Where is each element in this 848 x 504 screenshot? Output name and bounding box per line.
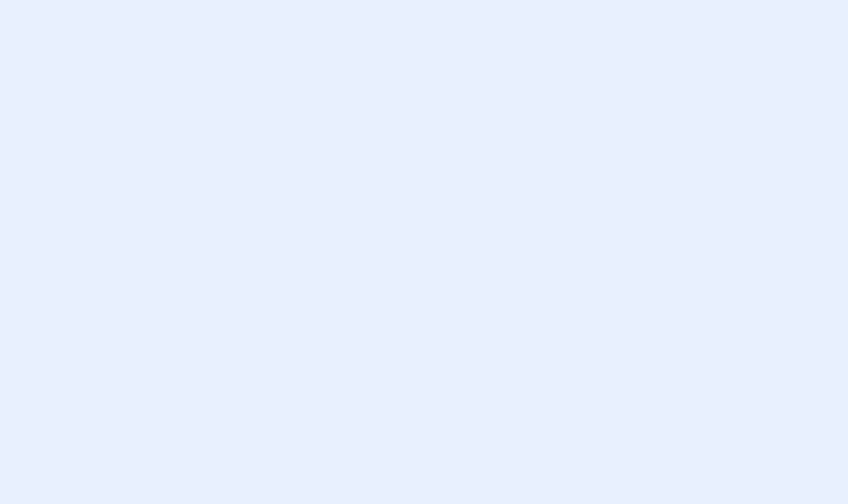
connector-lines xyxy=(0,0,848,504)
wbs-chart xyxy=(0,0,848,504)
